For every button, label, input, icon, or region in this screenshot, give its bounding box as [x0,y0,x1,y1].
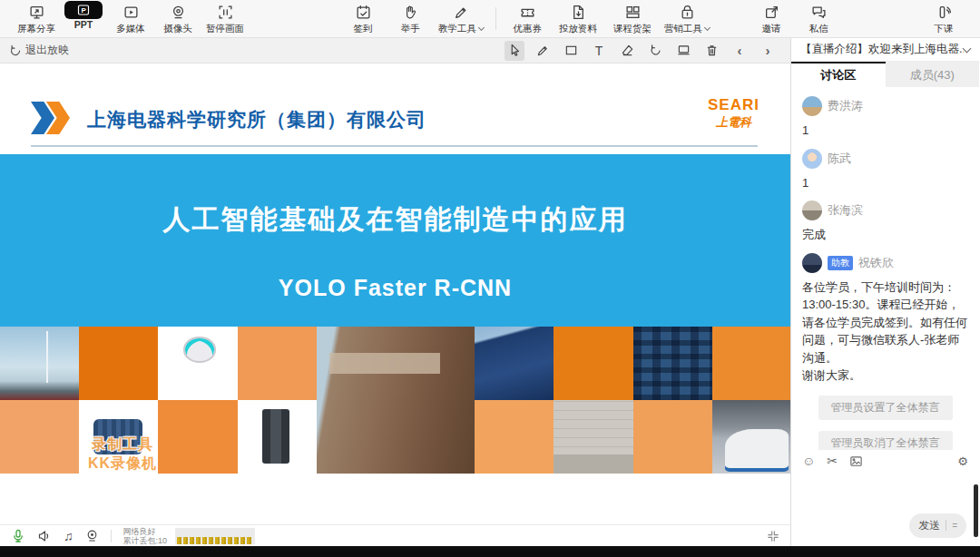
title-banner: 人工智能基础及在智能制造中的应用 YOLO Faster R-CNN [0,154,790,327]
private-message-button[interactable]: 私信 [795,0,842,37]
materials-icon [571,3,586,21]
toolbar-divider [495,7,496,30]
sign-in-button[interactable]: 签到 [339,0,387,37]
materials-button[interactable]: 投放资料 [551,0,605,37]
seari-logo: SEARI 上電科 [708,96,760,131]
avatar [802,149,822,169]
prev-slide-button[interactable]: ‹ [730,41,750,61]
send-row: 发送 = [791,512,979,546]
select-tool-button[interactable] [505,41,524,61]
undo-button[interactable] [645,41,665,61]
avatar [802,253,822,273]
chat-message: 费洪涛 1 [802,96,968,140]
toolbar-label: 私信 [809,23,828,35]
teaching-tools-button[interactable]: 教学工具 [434,0,488,37]
message-text: 各位学员，下午培训时间为：13:00-15:30。课程已经开始，请各位学员完成签… [802,278,968,385]
chevron-down-icon[interactable] [963,44,972,53]
end-class-button[interactable]: 下课 [920,0,967,37]
webcam-button[interactable] [85,529,99,542]
strip-cell [633,400,712,474]
strip-cell [475,400,554,474]
message-input[interactable] [791,472,979,512]
microphone-button[interactable] [11,529,25,543]
coupon-icon [520,3,535,21]
assistant-badge: 助教 [828,256,853,270]
multimedia-button[interactable]: 多媒体 [107,0,154,37]
ppt-slide[interactable]: 上海电器科学研究所（集团）有限公司 SEARI 上電科 人工智能基础及在智能制造… [0,64,790,524]
collapse-handle-icon[interactable] [767,530,779,542]
slide-header: 上海电器科学研究所（集团）有限公司 SEARI 上電科 [0,64,790,154]
send-button[interactable]: 发送 = [909,513,966,538]
tab-members[interactable]: 成员(43) [886,62,980,87]
recorder-watermark: 录制工具 KK录像机 [73,435,172,474]
toolbar-group-session: 邀请 私信 下课 [748,0,967,37]
text-tool-button[interactable]: T [589,41,609,61]
message-header: 张海滨 [802,200,968,220]
avatar [802,200,822,220]
ppt-button[interactable]: P PPT [60,0,107,37]
pause-screen-button[interactable]: 暂停画面 [201,0,249,37]
eraser-tool-button[interactable] [617,41,637,61]
window-bottom-edge [0,546,980,557]
screen-share-button[interactable]: 屏幕分享 [13,0,60,37]
clear-trash-button[interactable] [701,41,721,61]
message-text: 1 [802,122,968,140]
chat-message-list[interactable]: 费洪涛 1 陈武 1 [791,87,979,450]
scrollbar-thumb[interactable] [974,484,978,537]
toolbar-label: 多媒体 [116,23,145,35]
screenshot-scissors-button[interactable]: ✂ [827,454,838,468]
camera-icon [171,3,186,21]
live-intro-header[interactable]: 【直播介绍】欢迎来到上海电器... [791,38,979,62]
slide-subtitle: YOLO Faster R-CNN [0,275,790,301]
username: 祝铁欣 [858,255,894,271]
coupon-button[interactable]: 优惠券 [504,0,551,37]
toolbar-group-media: 屏幕分享 P PPT 多媒体 摄像头 [13,0,249,37]
tab-discussion[interactable]: 讨论区 [791,62,886,87]
toolbar-label: 下课 [935,23,954,35]
send-options-icon[interactable]: = [952,521,957,531]
course-shelf-button[interactable]: 课程货架 [605,0,660,37]
image-upload-button[interactable] [849,454,863,468]
toolbar-label: 摄像头 [163,23,192,35]
marketing-tools-button[interactable]: 营销工具 [660,0,714,37]
ppt-icon: P [64,1,103,19]
network-graph [175,528,255,544]
emoji-button[interactable]: ☺ [802,454,815,468]
toolbar-label: 邀请 [762,23,781,35]
exit-presentation-button[interactable]: 退出放映 [9,43,69,58]
invite-button[interactable]: 邀请 [748,0,795,37]
username: 张海滨 [828,202,863,219]
top-toolbar: 屏幕分享 P PPT 多媒体 摄像头 [0,0,980,38]
next-slide-button[interactable]: › [758,41,778,61]
camera-button[interactable]: 摄像头 [154,0,201,37]
raise-hand-icon [403,3,418,21]
message-header: 陈武 [802,149,968,169]
chat-sidebar: 【直播介绍】欢迎来到上海电器... 讨论区 成员(43) 费洪涛 1 [791,38,979,546]
pencil-tool-button[interactable] [533,41,553,61]
sidebar-tabs: 讨论区 成员(43) [791,62,979,87]
course-shelf-icon [625,3,641,21]
rectangle-tool-button[interactable] [561,41,581,61]
app-window: 屏幕分享 P PPT 多媒体 摄像头 [0,0,980,557]
toolbar-label: 投放资料 [559,23,597,35]
toolbar-label: PPT [74,19,93,30]
slide-title: 人工智能基础及在智能制造中的应用 [0,154,790,239]
statusbar-divider [111,530,112,542]
marketing-tools-icon [680,3,695,21]
whiteboard-button[interactable] [673,41,693,61]
raise-hand-button[interactable]: 举手 [387,0,434,37]
chevron-decoration [31,102,62,134]
teaching-tools-icon [454,3,469,21]
sign-in-icon [356,3,371,21]
speaker-button[interactable] [37,529,52,543]
network-graph-bars [177,537,253,544]
send-label: 发送 [918,518,940,533]
network-status: 网络良好 累计丢包:10 [123,527,168,545]
seari-logo-text: SEARI [708,96,760,114]
toolbar-label: 课程货架 [613,23,652,35]
chat-settings-gear-icon[interactable]: ⚙ [957,454,968,468]
seari-logo-subtext: 上電科 [708,114,760,131]
message-text: 1 [802,174,968,192]
photo-electric-car [712,400,790,474]
music-button[interactable]: ♫ [64,529,74,543]
